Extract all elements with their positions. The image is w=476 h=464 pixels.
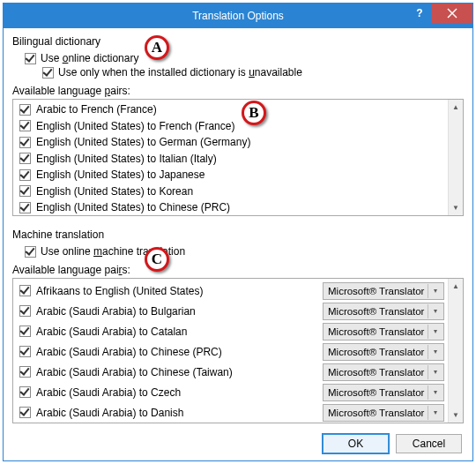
pair-checkbox[interactable]: [19, 326, 31, 337]
list-item[interactable]: Arabic (Saudi Arabia) to CzechMicrosoft®…: [16, 382, 448, 402]
provider-dropdown[interactable]: Microsoft® Translator▾: [323, 404, 444, 422]
use-online-dictionary-checkbox[interactable]: [25, 53, 36, 64]
chevron-down-icon: ▾: [428, 345, 442, 359]
scroll-down-icon[interactable]: ▼: [449, 200, 463, 215]
list-item[interactable]: English (United States) to Japanese: [16, 167, 448, 183]
bilingual-pairs-list: Arabic to French (France)English (United…: [12, 99, 464, 216]
pair-checkbox[interactable]: [19, 407, 31, 418]
chevron-down-icon: ▾: [428, 325, 442, 339]
provider-dropdown[interactable]: Microsoft® Translator▾: [323, 384, 444, 401]
use-online-dictionary-label: Use online dictionary: [41, 52, 138, 64]
use-only-unavailable-label: Use only when the installed dictionary i…: [58, 66, 302, 79]
list-item[interactable]: Arabic (Saudi Arabia) to DanishMicrosoft…: [16, 402, 448, 423]
provider-label: Microsoft® Translator: [328, 286, 424, 296]
pair-label: Arabic (Saudi Arabia) to Danish: [36, 407, 317, 419]
list-item[interactable]: English (United States) to Italian (Ital…: [16, 151, 448, 168]
scroll-track[interactable]: [449, 294, 463, 408]
pair-checkbox[interactable]: [19, 285, 31, 296]
list-item[interactable]: English (United States) to German (Germa…: [16, 134, 448, 151]
close-icon: [447, 8, 457, 19]
scrollbar[interactable]: ▲ ▼: [448, 100, 463, 215]
pair-checkbox[interactable]: [19, 346, 31, 357]
pair-label: Arabic (Saudi Arabia) to Chinese (PRC): [36, 346, 317, 358]
list-item[interactable]: English (United States) to Korean: [16, 183, 448, 200]
pair-checkbox[interactable]: [19, 137, 31, 148]
scroll-up-icon[interactable]: ▲: [449, 279, 463, 294]
provider-label: Microsoft® Translator: [328, 367, 424, 378]
annotation-badge-c: C: [145, 247, 169, 272]
scroll-up-icon[interactable]: ▲: [449, 100, 463, 115]
bilingual-list-content: Arabic to French (France)English (United…: [13, 100, 448, 215]
close-button[interactable]: [432, 4, 472, 23]
mt-list-content: Afrikaans to English (United States)Micr…: [13, 279, 448, 423]
provider-label: Microsoft® Translator: [328, 408, 424, 418]
provider-dropdown[interactable]: Microsoft® Translator▾: [323, 282, 444, 300]
pair-label: English (United States) to Italian (Ital…: [36, 153, 217, 165]
use-online-mt-row[interactable]: Use online machine translation: [25, 244, 464, 258]
chevron-down-icon: ▾: [428, 304, 442, 318]
provider-dropdown[interactable]: Microsoft® Translator▾: [323, 303, 444, 320]
list-item[interactable]: Arabic (Saudi Arabia) to CatalanMicrosof…: [16, 321, 448, 341]
list-item[interactable]: Arabic (Saudi Arabia) to Chinese (Taiwan…: [16, 362, 448, 382]
chevron-down-icon: ▾: [428, 406, 442, 420]
use-online-mt-checkbox[interactable]: [25, 246, 36, 258]
provider-label: Microsoft® Translator: [328, 326, 424, 337]
pair-checkbox[interactable]: [19, 185, 31, 197]
provider-dropdown[interactable]: Microsoft® Translator▾: [323, 323, 444, 341]
bilingual-section-label: Bilingual dictionary: [12, 35, 464, 48]
list-item[interactable]: English (United States) to French (Franc…: [16, 118, 448, 135]
pair-label: Arabic (Saudi Arabia) to Bulgarian: [36, 305, 317, 318]
dialog-buttons: OK Cancel: [323, 434, 462, 453]
provider-dropdown[interactable]: Microsoft® Translator▾: [323, 363, 444, 381]
dialog-content: Bilingual dictionary Use online dictiona…: [4, 28, 472, 429]
chevron-down-icon: ▾: [428, 284, 442, 298]
use-only-unavailable-row[interactable]: Use only when the installed dictionary i…: [42, 65, 464, 79]
use-online-dictionary-row[interactable]: Use online dictionary: [25, 51, 464, 65]
help-button[interactable]: ?: [407, 4, 432, 23]
list-item[interactable]: Afrikaans to English (United States)Micr…: [16, 281, 448, 301]
list-item[interactable]: Arabic (Saudi Arabia) to Chinese (PRC)Mi…: [16, 341, 448, 362]
pair-checkbox[interactable]: [19, 305, 31, 317]
pair-checkbox[interactable]: [19, 386, 31, 398]
provider-label: Microsoft® Translator: [328, 387, 424, 398]
pair-label: Arabic (Saudi Arabia) to Czech: [36, 386, 317, 399]
window-title: Translation Options: [192, 10, 284, 22]
pair-label: Arabic (Saudi Arabia) to Chinese (Taiwan…: [36, 366, 317, 378]
bilingual-pairs-label: Available language pairs:: [12, 85, 464, 97]
pair-checkbox[interactable]: [19, 366, 31, 378]
ok-button[interactable]: OK: [323, 434, 389, 453]
provider-label: Microsoft® Translator: [328, 347, 424, 357]
use-only-unavailable-checkbox[interactable]: [42, 67, 54, 79]
pair-label: English (United States) to Korean: [36, 185, 193, 198]
pair-checkbox[interactable]: [19, 169, 31, 181]
chevron-down-icon: ▾: [428, 365, 442, 379]
mt-pairs-list: Afrikaans to English (United States)Micr…: [12, 278, 464, 423]
annotation-badge-a: A: [145, 35, 169, 60]
pair-label: Afrikaans to English (United States): [36, 285, 317, 297]
pair-checkbox[interactable]: [19, 104, 31, 116]
pair-label: English (United States) to German (Germa…: [36, 136, 250, 148]
pair-label: English (United States) to Chinese (PRC): [36, 201, 230, 213]
cancel-button[interactable]: Cancel: [396, 434, 462, 453]
scroll-down-icon[interactable]: ▼: [449, 408, 463, 423]
pair-label: Arabic (Saudi Arabia) to Catalan: [36, 326, 317, 338]
scroll-track[interactable]: [449, 115, 463, 200]
titlebar-buttons: ?: [407, 4, 472, 28]
list-item[interactable]: Arabic to French (France): [16, 101, 448, 118]
scrollbar[interactable]: ▲ ▼: [448, 279, 463, 423]
list-item[interactable]: Arabic (Saudi Arabia) to BulgarianMicros…: [16, 301, 448, 321]
pair-label: Arabic to French (France): [36, 103, 157, 116]
provider-dropdown[interactable]: Microsoft® Translator▾: [323, 343, 444, 361]
titlebar: Translation Options ?: [4, 4, 472, 28]
pair-label: English (United States) to French (Franc…: [36, 120, 234, 132]
chevron-down-icon: ▾: [428, 385, 442, 400]
pair-checkbox[interactable]: [19, 202, 31, 213]
pair-label: English (United States) to Japanese: [36, 168, 205, 181]
provider-label: Microsoft® Translator: [328, 306, 424, 317]
dialog-window: Translation Options ? A B C Bilingual di…: [3, 3, 473, 461]
annotation-badge-b: B: [242, 101, 266, 125]
mt-section-label: Machine translation: [12, 228, 464, 241]
pair-checkbox[interactable]: [19, 153, 31, 164]
list-item[interactable]: English (United States) to Chinese (PRC): [16, 199, 448, 215]
pair-checkbox[interactable]: [19, 120, 31, 131]
